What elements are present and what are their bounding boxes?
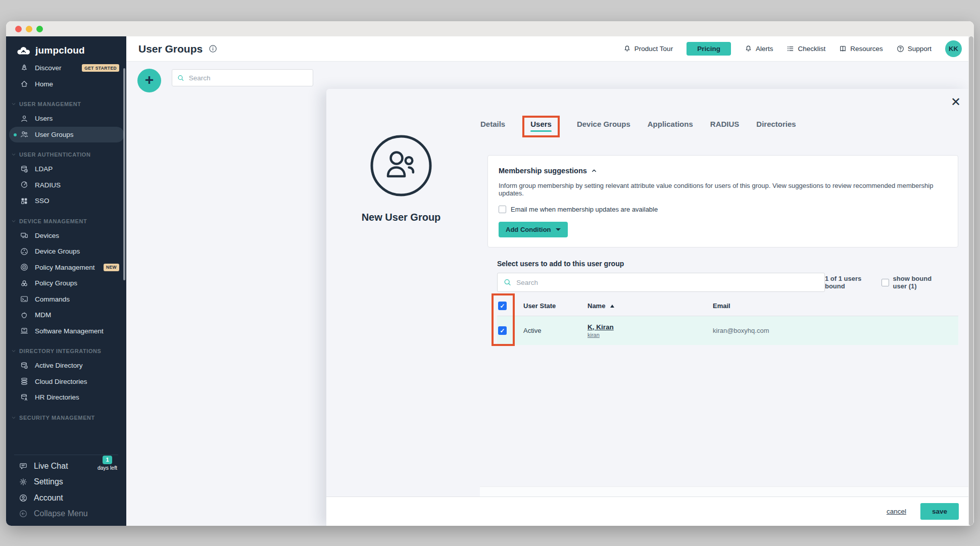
- sidebar-item-settings[interactable]: Settings: [8, 474, 124, 490]
- search-icon: [177, 74, 184, 82]
- sidebar-item-label: LDAP: [35, 165, 53, 173]
- email-updates-checkbox[interactable]: [499, 206, 506, 213]
- sidebar-item-policy-management[interactable]: Policy ManagementNEW: [9, 260, 124, 276]
- sidebar-bottom: Live Chat1days leftSettingsAccountCollap…: [8, 452, 124, 522]
- sidebar-item-hr-directories[interactable]: HR Directories: [9, 389, 124, 406]
- resources-button[interactable]: Resources: [839, 45, 883, 53]
- sidebar-item-home[interactable]: Home: [9, 76, 124, 92]
- jumpcloud-logo[interactable]: jumpcloud: [6, 36, 126, 58]
- tab-radius[interactable]: RADIUS: [710, 116, 740, 128]
- cancel-button[interactable]: cancel: [887, 508, 906, 515]
- tab-details[interactable]: Details: [480, 116, 505, 128]
- search-icon: [504, 278, 511, 286]
- sidebar-item-users[interactable]: Users: [9, 111, 124, 127]
- email-updates-label: Email me when membership updates are ava…: [511, 206, 658, 213]
- save-button[interactable]: save: [920, 503, 959, 520]
- sidebar-item-user-groups[interactable]: User Groups: [9, 127, 124, 143]
- row-checkbox[interactable]: ✓: [498, 326, 507, 335]
- sidebar-item-cloud-directories[interactable]: Cloud Directories: [9, 374, 124, 390]
- user-email: kiran@boxyhq.com: [713, 327, 958, 334]
- bell-icon: [745, 45, 752, 53]
- sidebar-item-devices[interactable]: Devices: [9, 228, 124, 244]
- zoom-window-icon[interactable]: [36, 26, 43, 32]
- show-bound-user-checkbox[interactable]: [881, 279, 889, 286]
- add-condition-button[interactable]: Add Condition: [499, 222, 568, 237]
- trial-days-badge: 1days left: [97, 456, 117, 472]
- alerts-label: Alerts: [756, 45, 773, 53]
- add-condition-label: Add Condition: [506, 226, 551, 233]
- show-bound-user-toggle[interactable]: show bound user (1): [881, 275, 940, 290]
- sidebar-item-discover[interactable]: DiscoverGET STARTED: [9, 60, 124, 76]
- sidebar-item-software-management[interactable]: Software Management: [9, 323, 124, 339]
- table-row[interactable]: ✓ActiveK, Kirankirankiran@boxyhq.com: [497, 316, 958, 345]
- tab-applications[interactable]: Applications: [648, 116, 693, 128]
- sidebar-section-user-management[interactable]: USER MANAGEMENT: [9, 99, 124, 109]
- column-header-name[interactable]: Name: [587, 302, 713, 310]
- sidebar-item-collapse-menu[interactable]: Collapse Menu: [8, 506, 124, 522]
- collapse-icon: [19, 510, 27, 518]
- devices-icon: [20, 231, 28, 239]
- info-icon[interactable]: [209, 44, 217, 53]
- sidebar-section-device-management[interactable]: DEVICE MANAGEMENT: [9, 216, 124, 226]
- user-name-link[interactable]: K, Kiran: [587, 323, 614, 331]
- tab-annotation-box: Users: [522, 116, 560, 137]
- users-search-input[interactable]: [516, 279, 818, 286]
- membership-suggestions-toggle[interactable]: Membership suggestions: [499, 167, 947, 175]
- checklist-label: Checklist: [798, 45, 825, 53]
- bound-summary: 1 of 1 users bound: [825, 275, 870, 290]
- select-users-title: Select users to add to this user group: [497, 260, 624, 268]
- close-icon[interactable]: ✕: [951, 96, 961, 108]
- account-icon: [19, 494, 27, 502]
- column-header-user-state[interactable]: User State: [523, 302, 587, 310]
- sidebar-item-label: Device Groups: [35, 247, 80, 255]
- sidebar-item-commands[interactable]: Commands: [9, 291, 124, 308]
- user-state: Active: [523, 327, 587, 334]
- tab-users[interactable]: Users: [530, 120, 552, 132]
- chevron-down-icon: [11, 219, 16, 224]
- sidebar-item-active-directory[interactable]: Active Directory: [9, 358, 124, 374]
- sidebar-section-directory-integrations[interactable]: DIRECTORY INTEGRATIONS: [9, 346, 124, 356]
- sidebar-item-ldap[interactable]: LDAP: [9, 161, 124, 177]
- scrollbar-thumb[interactable]: [969, 36, 973, 526]
- sidebar-item-label: SSO: [35, 197, 50, 205]
- sidebar-item-policy-groups[interactable]: Policy Groups: [9, 275, 124, 291]
- row-checkbox[interactable]: ✓: [498, 302, 507, 310]
- page-title: User Groups: [138, 43, 203, 55]
- sidebar-item-label: Discover: [35, 64, 62, 72]
- column-header-email[interactable]: Email: [713, 302, 958, 310]
- tab-device-groups[interactable]: Device Groups: [577, 116, 630, 128]
- sidebar-item-account[interactable]: Account: [8, 490, 124, 506]
- discover-icon: [20, 64, 28, 72]
- sidebar-item-label: Policy Management: [35, 264, 95, 271]
- tab-directories[interactable]: Directories: [756, 116, 796, 128]
- section-label: DEVICE MANAGEMENT: [19, 218, 87, 224]
- page-header: User Groups Product Tour Pricing Alerts: [126, 36, 974, 62]
- commands-icon: [20, 295, 28, 303]
- user-avatar[interactable]: KK: [945, 40, 962, 57]
- sidebar-item-live-chat[interactable]: Live Chat1days left: [8, 458, 124, 474]
- checklist-button[interactable]: Checklist: [787, 45, 825, 53]
- section-label: DIRECTORY INTEGRATIONS: [19, 348, 102, 354]
- minimize-window-icon[interactable]: [26, 26, 32, 32]
- add-user-group-button[interactable]: +: [137, 69, 161, 92]
- panel-footer: cancel save: [326, 497, 969, 526]
- pricing-button[interactable]: Pricing: [687, 42, 731, 56]
- sidebar-item-mdm[interactable]: MDM: [9, 307, 124, 323]
- page-search-input[interactable]: [189, 74, 308, 82]
- mdm-icon: [20, 311, 28, 319]
- sidebar-scrollbar[interactable]: [123, 68, 125, 280]
- page-scrollbar[interactable]: [968, 36, 974, 526]
- close-window-icon[interactable]: [15, 26, 22, 32]
- sidebar-item-label: Users: [35, 115, 53, 122]
- sidebar-item-sso[interactable]: SSO: [9, 193, 124, 209]
- sidebar-item-radius[interactable]: RADIUS: [9, 177, 124, 193]
- alerts-button[interactable]: Alerts: [745, 45, 773, 53]
- sidebar-item-device-groups[interactable]: Device Groups: [9, 243, 124, 260]
- product-tour-button[interactable]: Product Tour: [623, 45, 673, 53]
- membership-suggestions-card: Membership suggestions Inform group memb…: [487, 155, 958, 247]
- sidebar-section-user-authentication[interactable]: USER AUTHENTICATION: [9, 150, 124, 160]
- support-button[interactable]: Support: [897, 45, 932, 53]
- sidebar-item-label: User Groups: [35, 131, 74, 138]
- sidebar-section-security-management[interactable]: SECURITY MANAGEMENT: [9, 413, 124, 423]
- radius-icon: [20, 181, 28, 189]
